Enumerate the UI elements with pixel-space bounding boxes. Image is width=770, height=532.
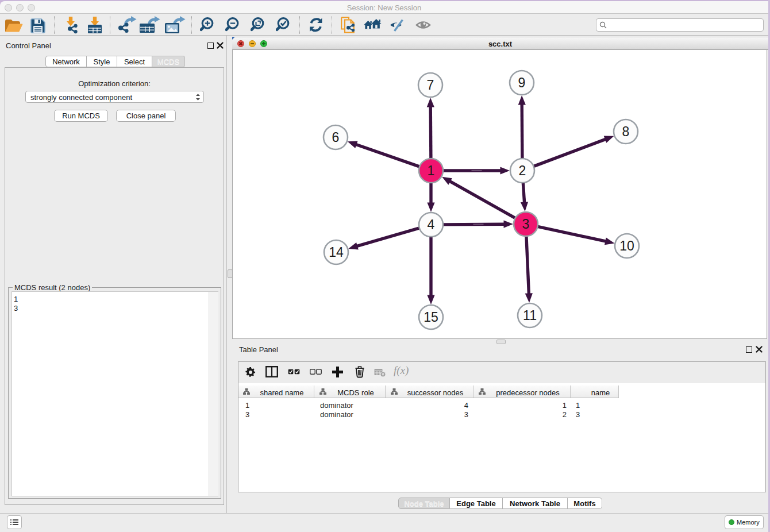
svg-text:4: 4	[428, 217, 435, 232]
svg-text:10: 10	[619, 238, 634, 253]
svg-text:7: 7	[427, 78, 434, 92]
svg-text:8: 8	[622, 124, 630, 139]
svg-text:11: 11	[523, 308, 537, 323]
svg-text:6: 6	[332, 130, 340, 145]
svg-text:15: 15	[424, 310, 438, 325]
svg-text:14: 14	[329, 245, 344, 260]
svg-text:1: 1	[428, 163, 435, 178]
svg-text:2: 2	[519, 163, 526, 178]
svg-text:3: 3	[522, 217, 530, 232]
svg-text:9: 9	[518, 75, 526, 90]
